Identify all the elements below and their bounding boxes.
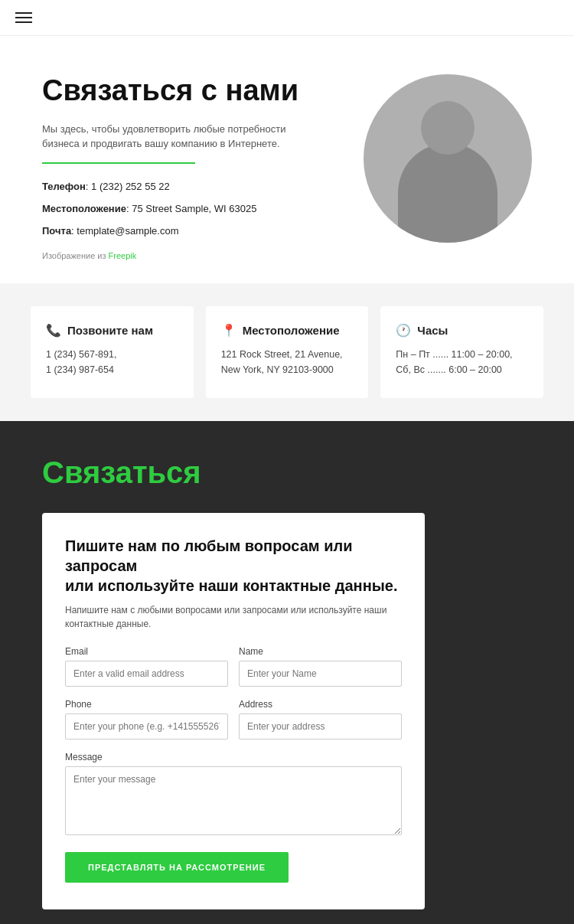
address-group: Address xyxy=(239,699,402,740)
form-title: Пишите нам по любым вопросам или запроса… xyxy=(65,536,402,596)
name-group: Name xyxy=(239,646,402,687)
phone-info: Телефон: 1 (232) 252 55 22 xyxy=(42,178,302,195)
message-field-label: Message xyxy=(65,752,402,762)
card-phone: 📞 Позвоните нам 1 (234) 567-891, 1 (234)… xyxy=(31,306,194,398)
card-phone-text: 1 (234) 567-891, 1 (234) 987-654 xyxy=(46,347,178,377)
location-label: Местоположение xyxy=(42,203,126,214)
phone-icon: 📞 xyxy=(46,323,61,338)
email-field-label: Email xyxy=(65,646,228,657)
email-group: Email xyxy=(65,646,228,687)
email-input[interactable] xyxy=(65,661,228,687)
submit-button[interactable]: ПРЕДСТАВЛЯТЬ НА РАССМОТРЕНИЕ xyxy=(65,852,289,883)
card-location: 📍 Местоположение 121 Rock Street, 21 Ave… xyxy=(206,306,369,398)
email-link[interactable]: template@sample.com xyxy=(77,225,178,237)
message-textarea[interactable] xyxy=(65,766,402,835)
hero-text-block: Связаться с нами Мы здесь, чтобы удовлет… xyxy=(42,74,302,260)
phone-field-label: Phone xyxy=(65,699,228,710)
phone-input[interactable] xyxy=(65,713,228,740)
address-input[interactable] xyxy=(239,713,402,740)
form-subtitle: Напишите нам с любыми вопросами или запр… xyxy=(65,603,402,631)
card-hours-text: Пн – Пт ...... 11:00 – 20:00, Сб, Вс ...… xyxy=(396,347,528,377)
contact-info: Телефон: 1 (232) 252 55 22 Местоположени… xyxy=(42,178,302,240)
cards-section: 📞 Позвоните нам 1 (234) 567-891, 1 (234)… xyxy=(0,283,574,421)
name-field-label: Name xyxy=(239,646,402,657)
card-phone-title: 📞 Позвоните нам xyxy=(46,323,178,338)
card-hours: 🕐 Часы Пн – Пт ...... 11:00 – 20:00, Сб,… xyxy=(380,306,543,398)
form-row-phone-address: Phone Address xyxy=(65,699,402,740)
hero-section: Связаться с нами Мы здесь, чтобы удовлет… xyxy=(0,36,574,283)
card-hours-title: 🕐 Часы xyxy=(396,323,528,338)
phone-group: Phone xyxy=(65,699,228,740)
contact-form-card: Пишите нам по любым вопросам или запроса… xyxy=(42,513,425,909)
location-value: 75 Street Sample, WI 63025 xyxy=(132,203,256,214)
card-location-text: 121 Rock Street, 21 Avenue, New York, NY… xyxy=(221,347,354,377)
message-group: Message xyxy=(65,752,402,835)
green-divider xyxy=(42,162,195,164)
dark-section: Связаться Пишите нам по любым вопросам и… xyxy=(0,421,574,924)
form-row-email-name: Email Name xyxy=(65,646,402,687)
hero-subtitle: Мы здесь, чтобы удовлетворить любые потр… xyxy=(42,122,302,152)
email-info: Почта: template@sample.com xyxy=(42,222,302,240)
navigation xyxy=(0,0,574,36)
card-location-title: 📍 Местоположение xyxy=(221,323,354,338)
image-credit: Изображение из Freepik xyxy=(42,251,302,260)
address-field-label: Address xyxy=(239,699,402,710)
dark-section-heading: Связаться xyxy=(42,455,532,490)
phone-label: Телефон xyxy=(42,181,86,192)
phone-link[interactable]: 1 (232) 252 55 22 xyxy=(91,181,170,192)
name-input[interactable] xyxy=(239,661,402,687)
location-icon: 📍 xyxy=(221,323,236,338)
hero-title: Связаться с нами xyxy=(42,74,302,108)
freepik-link[interactable]: Freepik xyxy=(109,251,137,260)
clock-icon: 🕐 xyxy=(396,323,411,338)
email-label: Почта xyxy=(42,225,71,237)
hamburger-menu-button[interactable] xyxy=(15,12,32,23)
hero-image xyxy=(364,74,532,243)
location-info: Местоположение: 75 Street Sample, WI 630… xyxy=(42,200,302,217)
